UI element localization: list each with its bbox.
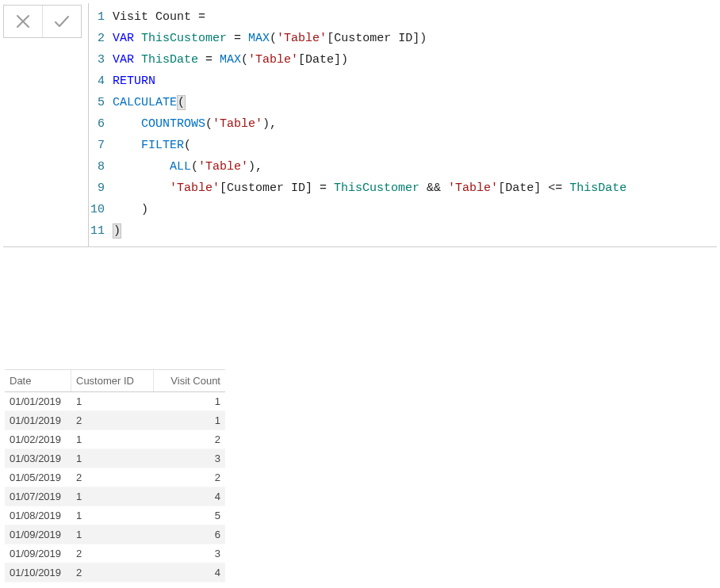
code-line[interactable]: 2VAR ThisCustomer = MAX('Table'[Customer… bbox=[89, 28, 717, 49]
cell-visit: 2 bbox=[154, 468, 225, 487]
line-number: 2 bbox=[89, 28, 113, 49]
code-content[interactable]: CALCULATE( bbox=[113, 92, 186, 113]
header-customer[interactable]: Customer ID bbox=[71, 370, 154, 391]
line-number: 3 bbox=[89, 49, 113, 71]
code-line[interactable]: 3VAR ThisDate = MAX('Table'[Date]) bbox=[89, 49, 717, 71]
cell-date: 01/03/2019 bbox=[5, 449, 71, 468]
table-row[interactable]: 01/07/201914 bbox=[5, 487, 225, 506]
cell-customer: 2 bbox=[71, 411, 154, 430]
cell-visit: 4 bbox=[154, 563, 225, 582]
dax-editor[interactable]: 1Visit Count =2VAR ThisCustomer = MAX('T… bbox=[88, 3, 717, 246]
code-line[interactable]: 1Visit Count = bbox=[89, 6, 717, 28]
code-line[interactable]: 10 ) bbox=[89, 199, 717, 220]
table-row[interactable]: 01/10/201924 bbox=[5, 563, 225, 582]
table-row[interactable]: 01/01/201921 bbox=[5, 411, 225, 430]
header-visit[interactable]: Visit Count bbox=[154, 370, 225, 391]
line-number: 1 bbox=[89, 6, 113, 28]
cell-date: 01/01/2019 bbox=[5, 411, 71, 430]
table-row[interactable]: 01/09/201923 bbox=[5, 544, 225, 563]
formula-bar-buttons bbox=[3, 5, 82, 38]
cell-customer: 2 bbox=[71, 544, 154, 563]
cell-customer: 2 bbox=[71, 563, 154, 582]
result-table: Date Customer ID Visit Count 01/01/20191… bbox=[5, 369, 225, 582]
cell-visit: 5 bbox=[154, 506, 225, 525]
cell-date: 01/05/2019 bbox=[5, 468, 71, 487]
line-number: 10 bbox=[89, 199, 113, 220]
cell-date: 01/09/2019 bbox=[5, 525, 71, 544]
line-number: 8 bbox=[89, 156, 113, 178]
cell-date: 01/02/2019 bbox=[5, 430, 71, 449]
line-number: 4 bbox=[89, 71, 113, 92]
cell-date: 01/01/2019 bbox=[5, 392, 71, 410]
cell-date: 01/07/2019 bbox=[5, 487, 71, 506]
x-icon bbox=[13, 12, 33, 31]
cell-customer: 1 bbox=[71, 392, 154, 410]
cell-visit: 1 bbox=[154, 411, 225, 430]
code-content[interactable]: COUNTROWS('Table'), bbox=[113, 113, 277, 135]
cell-customer: 2 bbox=[71, 468, 154, 487]
line-number: 9 bbox=[89, 178, 113, 199]
cell-customer: 1 bbox=[71, 430, 154, 449]
code-content[interactable]: ) bbox=[113, 220, 121, 242]
code-line[interactable]: 9 'Table'[Customer ID] = ThisCustomer &&… bbox=[89, 178, 717, 199]
code-line[interactable]: 8 ALL('Table'), bbox=[89, 156, 717, 178]
cell-customer: 1 bbox=[71, 487, 154, 506]
cell-visit: 6 bbox=[154, 525, 225, 544]
cell-visit: 1 bbox=[154, 392, 225, 410]
code-content[interactable]: ALL('Table'), bbox=[113, 156, 262, 178]
cell-customer: 1 bbox=[71, 449, 154, 468]
line-number: 11 bbox=[89, 220, 113, 242]
table-row[interactable]: 01/03/201913 bbox=[5, 449, 225, 468]
code-content[interactable]: FILTER( bbox=[113, 135, 191, 156]
commit-button[interactable] bbox=[43, 6, 81, 37]
table-header-row: Date Customer ID Visit Count bbox=[5, 369, 225, 392]
code-content[interactable]: ) bbox=[113, 199, 148, 220]
cell-visit: 3 bbox=[154, 449, 225, 468]
formula-bar-area: 1Visit Count =2VAR ThisCustomer = MAX('T… bbox=[3, 3, 717, 247]
cell-date: 01/09/2019 bbox=[5, 544, 71, 563]
code-content[interactable]: VAR ThisCustomer = MAX('Table'[Customer … bbox=[113, 28, 427, 49]
cell-date: 01/10/2019 bbox=[5, 563, 71, 582]
code-line[interactable]: 6 COUNTROWS('Table'), bbox=[89, 113, 717, 135]
code-content[interactable]: Visit Count = bbox=[113, 6, 205, 28]
check-icon bbox=[52, 12, 71, 31]
table-row[interactable]: 01/05/201922 bbox=[5, 468, 225, 487]
table-row[interactable]: 01/09/201916 bbox=[5, 525, 225, 544]
code-line[interactable]: 4RETURN bbox=[89, 71, 717, 92]
code-line[interactable]: 7 FILTER( bbox=[89, 135, 717, 156]
cancel-button[interactable] bbox=[4, 6, 42, 37]
code-content[interactable]: 'Table'[Customer ID] = ThisCustomer && '… bbox=[113, 178, 626, 199]
cell-visit: 4 bbox=[154, 487, 225, 506]
cell-customer: 1 bbox=[71, 506, 154, 525]
header-date[interactable]: Date bbox=[5, 370, 71, 391]
code-line[interactable]: 5CALCULATE( bbox=[89, 92, 717, 113]
table-row[interactable]: 01/02/201912 bbox=[5, 430, 225, 449]
line-number: 7 bbox=[89, 135, 113, 156]
code-content[interactable]: VAR ThisDate = MAX('Table'[Date]) bbox=[113, 49, 348, 71]
code-content[interactable]: RETURN bbox=[113, 71, 155, 92]
table-row[interactable]: 01/08/201915 bbox=[5, 506, 225, 525]
cell-customer: 1 bbox=[71, 525, 154, 544]
line-number: 5 bbox=[89, 92, 113, 113]
table-row[interactable]: 01/01/201911 bbox=[5, 392, 225, 411]
cell-visit: 2 bbox=[154, 430, 225, 449]
line-number: 6 bbox=[89, 113, 113, 135]
cell-date: 01/08/2019 bbox=[5, 506, 71, 525]
table-body: 01/01/20191101/01/20192101/02/20191201/0… bbox=[5, 392, 225, 582]
code-line[interactable]: 11) bbox=[89, 220, 717, 242]
cell-visit: 3 bbox=[154, 544, 225, 563]
